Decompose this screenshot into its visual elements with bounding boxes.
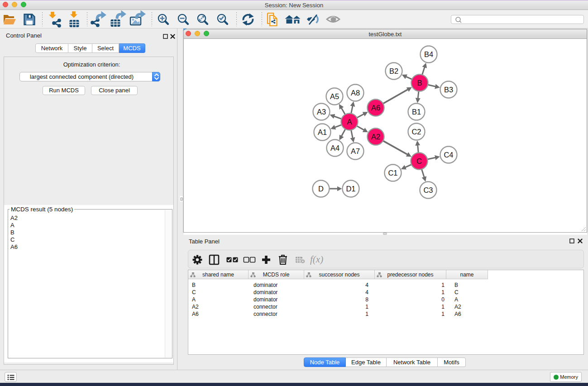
- svg-text:A5: A5: [330, 92, 339, 100]
- svg-text:B1: B1: [412, 108, 421, 116]
- svg-text:A7: A7: [351, 147, 360, 155]
- svg-text:A: A: [347, 118, 352, 126]
- svg-text:A2: A2: [371, 133, 380, 141]
- svg-text:A6: A6: [371, 104, 380, 112]
- svg-text:C: C: [416, 157, 422, 165]
- svg-text:A1: A1: [318, 128, 327, 136]
- svg-text:A4: A4: [330, 144, 339, 152]
- svg-text:B3: B3: [444, 86, 453, 94]
- svg-text:A8: A8: [351, 89, 360, 97]
- svg-text:D: D: [318, 185, 324, 193]
- svg-text:D1: D1: [346, 185, 355, 193]
- svg-text:B4: B4: [424, 50, 433, 58]
- svg-text:B: B: [417, 79, 422, 87]
- svg-text:C2: C2: [411, 128, 421, 136]
- svg-text:A3: A3: [317, 108, 326, 116]
- svg-text:B2: B2: [389, 67, 398, 75]
- svg-text:C1: C1: [388, 169, 397, 177]
- svg-text:C4: C4: [444, 151, 453, 159]
- svg-text:C3: C3: [423, 186, 433, 194]
